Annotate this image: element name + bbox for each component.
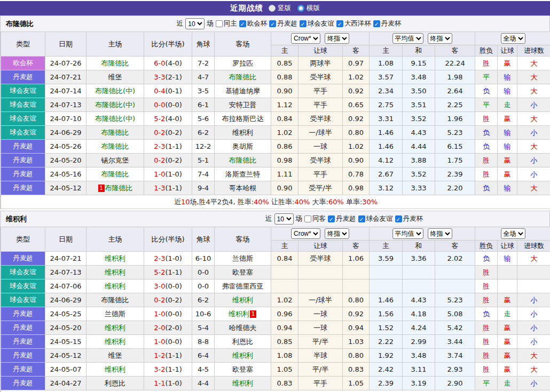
radio-circle-checked-icon[interactable]: [297, 5, 304, 12]
odds-cell: 受半球: [298, 112, 343, 126]
odds-cell: 5.08: [435, 307, 475, 321]
recent-label: 近: [177, 19, 184, 28]
home-team-cell: 维积利: [87, 363, 144, 377]
home-team-name: 维积利: [105, 324, 125, 332]
checkbox-checked-icon[interactable]: ✓: [395, 215, 402, 222]
result-cell: 大: [517, 140, 550, 154]
score-cell: 1-0(1-0): [144, 167, 192, 181]
date-cell: 24-07-13: [45, 98, 87, 112]
same-venue-checkbox[interactable]: 同主: [216, 19, 237, 28]
odds-cell: 3.12: [370, 181, 403, 195]
away-team-cell: 布隆德比: [215, 154, 271, 167]
bookmaker-select[interactable]: Crow*: [291, 228, 320, 239]
bookmaker-select[interactable]: Crow*: [291, 33, 320, 44]
halftime-score: (4-0): [165, 59, 182, 67]
corners-cell: 6-10: [192, 252, 215, 266]
date-cell: 24-07-21: [45, 252, 87, 266]
team-filter-row: 维积利近10场同客✓丹麦超✓球会友谊✓丹麦杯: [1, 211, 549, 227]
match-row: 球会友谊24-06-29布隆德比0-2(0-2)6-2维积利1.02一/球半0.…: [1, 293, 550, 307]
same-venue-checkbox[interactable]: 同客: [304, 214, 326, 223]
odds-cell: [370, 266, 403, 279]
halftime-score: (2-0): [165, 324, 182, 332]
away-team-name: 布拉格斯巴达: [222, 115, 264, 123]
league-badge: 丹麦超: [1, 377, 45, 390]
checkbox-checked-icon[interactable]: ✓: [300, 20, 307, 27]
average-select[interactable]: 平均值: [392, 33, 423, 44]
result-cell: 大: [517, 57, 550, 70]
result-cell: 胜: [475, 266, 498, 279]
league-checkbox[interactable]: ✓丹麦超: [328, 214, 356, 223]
radio-horizontal-layout[interactable]: 横版: [297, 4, 320, 13]
filter-bar: 近10场同主✓欧会杯✓丹麦超✓球会友谊✓大西洋杯✓丹麦杯: [34, 18, 544, 29]
radio-vertical-layout[interactable]: 竖版: [269, 4, 291, 13]
recent-count-select[interactable]: 10: [274, 213, 294, 225]
odds-cell: 5.23: [435, 293, 475, 307]
league-badge: 球会友谊: [1, 266, 45, 279]
checkbox-checked-icon[interactable]: ✓: [373, 20, 380, 27]
league-checkbox[interactable]: ✓大西洋杯: [336, 19, 371, 28]
odds-cell: 3.51: [403, 98, 435, 112]
odds-cell: 2.64: [435, 84, 475, 98]
odds-group-header: 平均值终指: [370, 227, 475, 241]
league-checkbox-label: 丹麦超: [336, 214, 356, 223]
away-team-cell: 布隆德比: [215, 70, 271, 84]
result-cell: [498, 279, 517, 293]
away-team-name: 罗拉匹: [232, 59, 253, 67]
odds-cell: 平手: [298, 167, 343, 181]
away-team-name: 维积利: [232, 379, 253, 387]
result-cell: 小: [517, 167, 550, 181]
odds-cell: 1.11: [271, 167, 298, 181]
final-index-select[interactable]: 终指: [325, 33, 349, 44]
home-team-name: 维积利: [105, 254, 125, 262]
sub-column-header: 主: [271, 241, 298, 252]
league-checkbox[interactable]: ✓球会友谊: [300, 19, 334, 28]
away-team-cell: 奥胡斯: [215, 140, 271, 154]
final-index-select[interactable]: 终指: [428, 228, 452, 239]
league-checkbox[interactable]: ✓欧会杯: [239, 19, 268, 28]
odds-cell: [271, 266, 298, 279]
halftime-score: (1-1): [165, 365, 182, 373]
odds-cell: 1.06: [343, 252, 370, 266]
league-checkbox-label: 欧会杯: [247, 19, 268, 28]
sub-column-header: 进球数: [517, 241, 550, 252]
score-cell: 6-0(4-0): [144, 57, 192, 70]
final-index-select[interactable]: 终指: [325, 228, 349, 239]
away-team-name: 奥胡斯: [232, 142, 253, 150]
fulltime-score: 5-2: [154, 115, 165, 123]
odds-cell: 1.56: [370, 307, 403, 321]
checkbox-unchecked-icon[interactable]: [216, 20, 223, 27]
match-row: 球会友谊24-07-06维积利3-0(0-0)0-0弗雷德里西亚胜: [1, 279, 550, 293]
league-checkbox[interactable]: ✓球会友谊: [358, 214, 393, 223]
checkbox-unchecked-icon[interactable]: [304, 215, 311, 222]
average-select[interactable]: 平均值: [392, 228, 423, 239]
match-row: 丹麦超24-05-12维堡1-2(1-1)6-4维积利1.08半球0.801.9…: [1, 349, 550, 363]
odds-cell: 一球: [298, 140, 343, 154]
checkbox-checked-icon[interactable]: ✓: [269, 20, 276, 27]
checkbox-checked-icon[interactable]: ✓: [336, 20, 343, 27]
column-header: 比分(半场): [144, 32, 192, 57]
league-checkbox[interactable]: ✓丹麦杯: [373, 19, 402, 28]
radio-circle-icon[interactable]: [269, 5, 276, 12]
home-team-cell: 利恩比: [87, 377, 144, 390]
odds-cell: 0.86: [271, 140, 298, 154]
result-cell: 大: [517, 349, 550, 363]
odds-cell: 9.15: [403, 57, 435, 70]
recent-count-select[interactable]: 10: [185, 18, 205, 29]
result-cell: 平: [475, 98, 498, 112]
score-cell: 3-0(0-0): [144, 279, 192, 293]
league-checkbox[interactable]: ✓丹麦超: [269, 19, 297, 28]
summary-segment: 40%: [254, 198, 269, 206]
final-index-select[interactable]: 终指: [428, 33, 452, 44]
result-cell: 负: [475, 140, 498, 154]
checkbox-checked-icon[interactable]: ✓: [328, 215, 335, 222]
home-team-name: 布隆德比: [101, 296, 129, 304]
sub-column-header: 让球: [498, 241, 517, 252]
odds-group-selects: 全场: [475, 228, 550, 239]
checkbox-checked-icon[interactable]: ✓: [358, 215, 365, 222]
result-cell: 大: [517, 363, 550, 377]
league-badge: 球会友谊: [1, 126, 45, 140]
match-scope-select[interactable]: 全场: [501, 33, 525, 44]
league-checkbox[interactable]: ✓丹麦杯: [395, 214, 423, 223]
checkbox-checked-icon[interactable]: ✓: [239, 20, 246, 27]
match-scope-select[interactable]: 全场: [501, 228, 525, 239]
